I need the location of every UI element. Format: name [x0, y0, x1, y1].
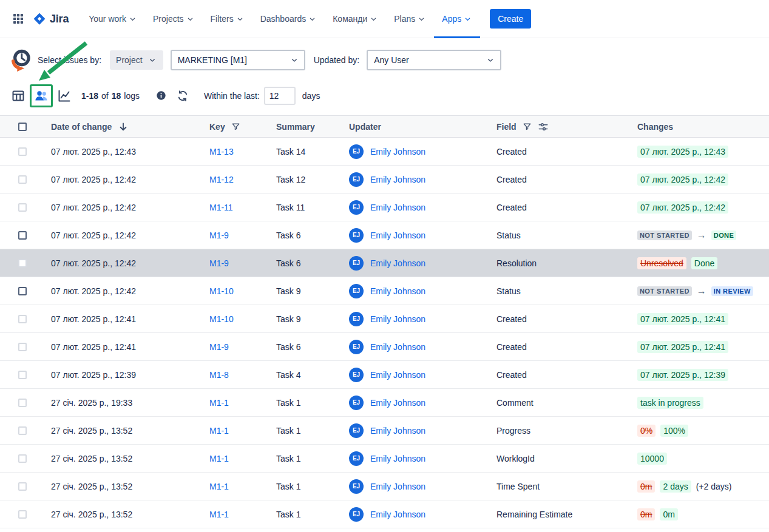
change-old-value: 0m [637, 508, 655, 520]
issue-summary: Task 6 [276, 258, 300, 268]
issue-summary: Task 1 [276, 510, 300, 519]
change-new-value: 07 лют. 2025 р., 12:43 [637, 146, 728, 158]
nav-item-dashboards[interactable]: Dashboards [252, 0, 325, 38]
row-checkbox[interactable] [18, 315, 27, 323]
issue-key-link[interactable]: M1-1 [209, 454, 229, 463]
nav-item-команди[interactable]: Команди [325, 0, 386, 38]
nav-item-plans[interactable]: Plans [386, 0, 434, 38]
filter-funnel-icon[interactable] [523, 122, 532, 131]
row-checkbox[interactable] [18, 371, 27, 379]
change-new-value: 2 days [660, 480, 691, 493]
avatar: EJ [349, 451, 364, 466]
user-view-button[interactable] [32, 86, 51, 106]
change-old-value: 0m [637, 480, 655, 493]
change-date: 07 лют. 2025 р., 12:42 [51, 258, 136, 268]
issue-key-link[interactable]: M1-9 [209, 342, 229, 352]
refresh-icon [177, 90, 189, 102]
log-count: 1-18 of 18 logs [81, 91, 140, 101]
nav-item-label: Filters [211, 14, 234, 24]
row-checkbox[interactable] [18, 287, 27, 295]
row-checkbox[interactable] [18, 231, 27, 240]
issue-key-link[interactable]: M1-9 [209, 258, 229, 268]
issue-summary: Task 4 [276, 370, 300, 380]
issue-key-link[interactable]: M1-9 [209, 231, 229, 240]
refresh-button[interactable] [175, 88, 191, 104]
jira-home-link[interactable]: Jira [28, 12, 81, 25]
nav-item-filters[interactable]: Filters [203, 0, 252, 38]
issue-key-link[interactable]: M1-12 [209, 175, 234, 184]
issue-mode-dropdown[interactable]: Project [110, 50, 163, 70]
table-row: 27 січ. 2025 р., 13:52M1-1Task 1EJEmily … [0, 500, 769, 528]
updater-link[interactable]: Emily Johnson [370, 258, 425, 268]
select-issues-label: Select issues by: [38, 55, 101, 65]
sort-descending-icon[interactable] [118, 121, 129, 132]
avatar: EJ [349, 284, 364, 298]
updater-link[interactable]: Emily Johnson [370, 370, 425, 380]
updater-link[interactable]: Emily Johnson [370, 147, 425, 157]
issue-key-link[interactable]: M1-1 [209, 398, 229, 408]
issue-key-link[interactable]: M1-10 [209, 314, 234, 324]
updater-link[interactable]: Emily Johnson [370, 231, 425, 240]
row-checkbox[interactable] [18, 175, 27, 184]
row-checkbox[interactable] [18, 399, 27, 407]
issue-key-link[interactable]: M1-1 [209, 482, 229, 491]
row-checkbox[interactable] [18, 482, 27, 491]
nav-item-your-work[interactable]: Your work [81, 0, 145, 38]
updater-link[interactable]: Emily Johnson [370, 454, 425, 463]
change-date: 27 січ. 2025 р., 13:52 [51, 426, 132, 436]
days-input[interactable] [264, 87, 296, 105]
issue-key-link[interactable]: M1-1 [209, 510, 229, 519]
updater-link[interactable]: Emily Johnson [370, 398, 425, 408]
nav-item-projects[interactable]: Projects [145, 0, 203, 38]
updater-link[interactable]: Emily Johnson [370, 426, 425, 436]
issue-summary: Task 9 [276, 314, 300, 324]
field-name: Created [496, 314, 527, 324]
updater-link[interactable]: Emily Johnson [370, 203, 425, 212]
change-new-value: 07 лют. 2025 р., 12:39 [637, 369, 728, 381]
issue-key-link[interactable]: M1-8 [209, 370, 229, 380]
field-name: Progress [496, 426, 530, 436]
within-last-label: Within the last: [204, 91, 260, 101]
nav-item-apps[interactable]: Apps [434, 0, 480, 38]
updated-by-user-select[interactable]: Any User [367, 50, 501, 70]
people-icon [33, 89, 49, 103]
table-view-button[interactable] [8, 86, 28, 106]
chart-view-button[interactable] [55, 86, 74, 106]
filter-funnel-icon[interactable] [231, 122, 240, 131]
table-row: 27 січ. 2025 р., 19:33M1-1Task 1EJEmily … [0, 389, 769, 417]
avatar: EJ [349, 368, 364, 382]
issue-key-link[interactable]: M1-10 [209, 286, 234, 296]
change-date: 07 лют. 2025 р., 12:43 [51, 147, 136, 157]
updater-link[interactable]: Emily Johnson [370, 342, 425, 352]
issue-key-link[interactable]: M1-11 [209, 203, 233, 212]
column-settings-sliders-icon[interactable] [538, 121, 549, 132]
row-checkbox[interactable] [18, 426, 27, 435]
change-arrow-icon: → [697, 231, 706, 240]
info-button[interactable] [154, 89, 169, 103]
issue-summary: Task 12 [276, 175, 305, 184]
row-checkbox[interactable] [18, 203, 27, 212]
row-checkbox[interactable] [18, 454, 27, 463]
row-checkbox[interactable] [18, 343, 27, 351]
chevron-down-icon [486, 55, 495, 65]
app-switcher-button[interactable] [8, 9, 28, 29]
updater-link[interactable]: Emily Johnson [370, 286, 425, 296]
updater-link[interactable]: Emily Johnson [370, 314, 425, 324]
change-old-value: 0% [637, 425, 656, 437]
create-button[interactable]: Create [490, 9, 531, 29]
issue-key-link[interactable]: M1-13 [209, 147, 234, 157]
updater-link[interactable]: Emily Johnson [370, 175, 425, 184]
project-select[interactable]: MARKETING [M1] [171, 50, 305, 70]
issue-key-link[interactable]: M1-1 [209, 426, 229, 436]
select-all-checkbox[interactable] [18, 123, 27, 131]
row-checkbox[interactable] [18, 147, 27, 156]
updater-link[interactable]: Emily Johnson [370, 510, 425, 519]
jira-mark-icon [33, 12, 46, 25]
row-checkbox[interactable] [18, 510, 27, 519]
logo-text: Jira [50, 13, 69, 25]
count-unit: logs [124, 91, 140, 101]
row-checkbox[interactable] [18, 259, 27, 268]
avatar: EJ [349, 228, 364, 243]
table-row: 27 січ. 2025 р., 13:52M1-1Task 1EJEmily … [0, 417, 769, 445]
updater-link[interactable]: Emily Johnson [370, 482, 425, 491]
